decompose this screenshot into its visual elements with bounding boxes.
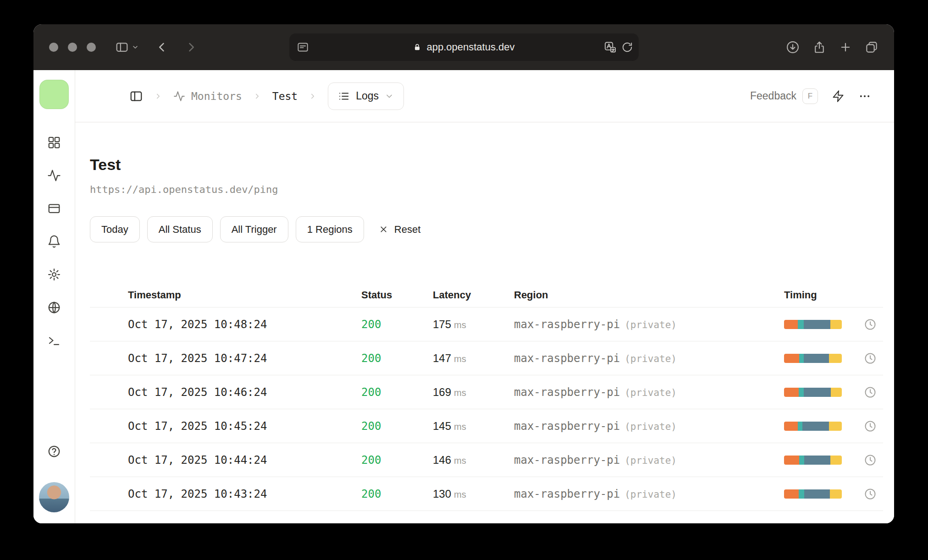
col-header-status: Status <box>361 289 433 301</box>
details-clock-icon[interactable] <box>864 386 877 399</box>
chevron-right-icon <box>253 92 261 100</box>
minimize-window-button[interactable] <box>68 43 77 52</box>
latency-unit: ms <box>454 422 466 432</box>
monitors-activity-icon[interactable] <box>47 169 61 182</box>
latency-cell: 175ms <box>433 318 514 331</box>
workspace-logo[interactable] <box>39 80 69 109</box>
details-clock-icon[interactable] <box>864 488 877 500</box>
back-button[interactable] <box>155 41 168 54</box>
address-bar[interactable]: app.openstatus.dev <box>289 33 639 61</box>
latency-cell: 145ms <box>433 420 514 433</box>
tab-overview-icon[interactable] <box>865 40 878 54</box>
latency-unit: ms <box>454 354 466 364</box>
table-row[interactable]: Oct 17, 2025 10:45:24200145msmax-raspber… <box>90 409 883 443</box>
app-sidebar-toggle-icon[interactable] <box>129 89 143 103</box>
timing-segment <box>829 422 842 431</box>
table-row[interactable]: Oct 17, 2025 10:47:24200147msmax-raspber… <box>90 341 883 375</box>
notifications-bell-icon[interactable] <box>47 235 61 248</box>
col-header-latency: Latency <box>433 289 514 301</box>
timestamp-cell: Oct 17, 2025 10:47:24 <box>128 352 361 365</box>
page-content: Test https://api.openstatus.dev/ping Tod… <box>75 122 894 523</box>
breadcrumb-item-test[interactable]: Test <box>272 90 298 102</box>
dashboard-grid-icon[interactable] <box>47 136 61 149</box>
region-cell: max-raspberry-pi(private) <box>514 454 784 467</box>
timing-segment <box>798 422 802 431</box>
new-tab-icon[interactable] <box>839 41 852 54</box>
translate-icon[interactable] <box>604 41 617 54</box>
view-selector-logs[interactable]: Logs <box>328 82 404 110</box>
feedback-button[interactable]: Feedback F <box>750 88 818 104</box>
details-clock-icon[interactable] <box>864 420 877 433</box>
status-cell: 200 <box>361 420 433 433</box>
filter-today-button[interactable]: Today <box>90 216 140 242</box>
timing-segment <box>804 354 829 363</box>
timing-segment <box>784 422 798 431</box>
col-header-timestamp: Timestamp <box>128 289 361 301</box>
timing-bar <box>784 320 842 329</box>
status-cell: 200 <box>361 454 433 467</box>
reset-filters-button[interactable]: Reset <box>379 224 420 236</box>
filter-regions-button[interactable]: 1 Regions <box>296 216 364 242</box>
timing-bar <box>784 456 842 465</box>
traffic-lights <box>49 43 96 52</box>
details-clock-icon[interactable] <box>864 454 877 467</box>
region-note: (private) <box>624 353 677 364</box>
more-options-icon[interactable] <box>858 90 871 103</box>
latency-value: 130 <box>433 488 451 500</box>
table-row[interactable]: Oct 17, 2025 10:46:24200169msmax-raspber… <box>90 375 883 409</box>
status-cell: 200 <box>361 488 433 500</box>
latency-unit: ms <box>454 320 466 330</box>
log-rows: Oct 17, 2025 10:48:24200175msmax-raspber… <box>90 307 883 511</box>
details-clock-icon[interactable] <box>864 318 877 331</box>
browser-toolbar: app.openstatus.dev <box>33 24 894 70</box>
region-note: (private) <box>624 319 677 330</box>
filter-status-button[interactable]: All Status <box>147 216 213 242</box>
filter-trigger-button[interactable]: All Trigger <box>220 216 288 242</box>
quick-actions-bolt-icon[interactable] <box>832 90 845 103</box>
status-page-icon[interactable] <box>47 202 61 215</box>
help-icon[interactable] <box>47 445 61 458</box>
timing-segment <box>798 320 804 329</box>
browser-window: app.openstatus.dev <box>33 24 894 523</box>
timestamp-cell: Oct 17, 2025 10:48:24 <box>128 318 361 331</box>
settings-gear-icon[interactable] <box>47 268 61 281</box>
list-icon <box>338 90 350 102</box>
timing-segment <box>804 388 831 397</box>
timing-bar <box>784 388 842 397</box>
timing-segment <box>804 489 829 499</box>
breadcrumb-item-monitors[interactable]: Monitors <box>173 90 242 102</box>
latency-cell: 130ms <box>433 488 514 500</box>
region-cell: max-raspberry-pi(private) <box>514 420 784 433</box>
close-window-button[interactable] <box>49 43 58 52</box>
timing-segment <box>799 354 804 363</box>
globe-icon[interactable] <box>47 301 61 314</box>
table-row[interactable]: Oct 17, 2025 10:44:24200146msmax-raspber… <box>90 443 883 477</box>
browser-sidebar-toggle[interactable] <box>115 40 139 54</box>
table-row[interactable]: Oct 17, 2025 10:43:24200130msmax-raspber… <box>90 477 883 511</box>
timing-segment <box>799 456 804 465</box>
timing-segment <box>784 354 799 363</box>
url-text: app.openstatus.dev <box>426 41 514 53</box>
filter-bar: Today All Status All Trigger 1 Regions R… <box>90 216 883 242</box>
forward-button[interactable] <box>185 41 198 54</box>
region-cell: max-raspberry-pi(private) <box>514 386 784 399</box>
timing-segment <box>784 489 799 499</box>
timing-segment <box>830 456 842 465</box>
latency-unit: ms <box>454 388 466 398</box>
region-cell: max-raspberry-pi(private) <box>514 488 784 500</box>
table-row[interactable]: Oct 17, 2025 10:48:24200175msmax-raspber… <box>90 307 883 341</box>
downloads-icon[interactable] <box>786 40 800 54</box>
status-cell: 200 <box>361 352 433 365</box>
details-clock-icon[interactable] <box>864 352 877 365</box>
timestamp-cell: Oct 17, 2025 10:43:24 <box>128 488 361 500</box>
terminal-icon[interactable] <box>47 334 61 347</box>
view-selector-label: Logs <box>356 90 379 102</box>
latency-value: 169 <box>433 386 451 399</box>
zoom-window-button[interactable] <box>87 43 96 52</box>
user-avatar[interactable] <box>39 482 69 512</box>
latency-unit: ms <box>454 456 466 466</box>
reload-icon[interactable] <box>621 41 633 53</box>
status-cell: 200 <box>361 318 433 331</box>
share-icon[interactable] <box>812 40 826 54</box>
breadcrumb-label: Test <box>272 90 298 102</box>
